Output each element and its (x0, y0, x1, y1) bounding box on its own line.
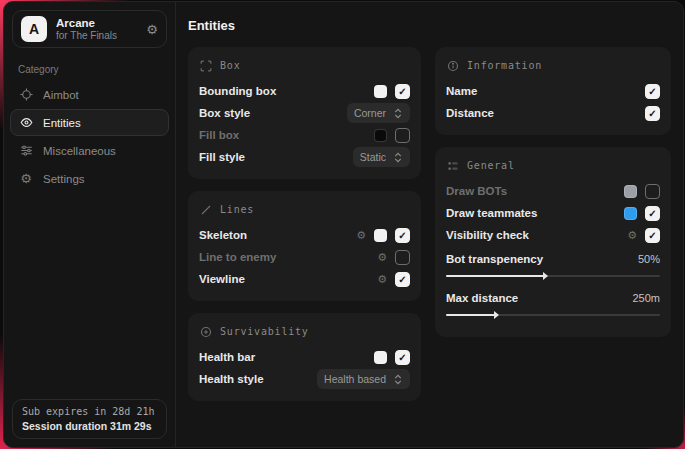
setting-row: Name (446, 80, 660, 102)
slider-fill (446, 275, 544, 277)
slider-fill (446, 314, 495, 316)
select-value: Corner (354, 107, 386, 119)
survivability-icon (199, 325, 212, 338)
checkbox[interactable] (395, 250, 410, 265)
section-title: Survivability (220, 326, 309, 337)
sidebar-item-settings[interactable]: ⚙ Settings (10, 165, 169, 192)
setting-label: Draw BOTs (446, 185, 507, 197)
session-duration-text: Session duration 31m 29s (22, 420, 157, 432)
checkbox[interactable] (645, 184, 660, 199)
card-survivability: Survivability Health bar Health style (188, 313, 421, 401)
slider-max-distance: Max distance 250m (446, 287, 660, 316)
slider-value: 50% (638, 253, 660, 265)
app-header-card: A Arcane for The Finals ⚙ (12, 10, 167, 48)
setting-row: Bounding box (199, 80, 410, 102)
gear-icon[interactable]: ⚙ (146, 23, 158, 36)
card-box: Box Bounding box Box style Corne (188, 47, 421, 179)
health-style-select[interactable]: Health based (317, 369, 410, 389)
category-label: Category (18, 64, 175, 75)
sidebar-item-aimbot[interactable]: Aimbot (10, 81, 169, 108)
slider-track[interactable] (446, 314, 660, 316)
color-swatch[interactable] (374, 229, 387, 242)
sidebar-item-label: Aimbot (43, 89, 79, 101)
sidebar-item-miscellaneous[interactable]: Miscellaneous (10, 137, 169, 164)
app-name: Arcane (56, 17, 137, 30)
brand: Arcane for The Finals (56, 17, 137, 42)
checkbox[interactable] (395, 128, 410, 143)
grid-dots-icon (446, 159, 459, 172)
setting-label: Skeleton (199, 229, 247, 241)
color-swatch[interactable] (624, 207, 637, 220)
setting-row: Viewline ⚙ (199, 268, 410, 290)
slider-bot-transparency: Bot transpenency 50% (446, 248, 660, 277)
setting-row: Box style Corner (199, 102, 410, 124)
checkbox[interactable] (395, 350, 410, 365)
gear-icon[interactable]: ⚙ (627, 230, 637, 241)
setting-row: Distance (446, 102, 660, 124)
checkbox[interactable] (395, 84, 410, 99)
box-corners-icon (199, 59, 212, 72)
sidebar-item-label: Miscellaneous (43, 145, 116, 157)
app-window: A Arcane for The Finals ⚙ Category Aimbo… (3, 1, 684, 448)
setting-label: Box style (199, 107, 250, 119)
setting-label: Health style (199, 373, 264, 385)
diagonal-line-icon (199, 203, 212, 216)
slider-track[interactable] (446, 275, 660, 277)
sidebar-item-label: Entities (43, 117, 81, 129)
gear-icon[interactable]: ⚙ (377, 274, 387, 285)
updown-arrows-icon (393, 152, 403, 163)
setting-label: Fill box (199, 129, 239, 141)
slider-value: 250m (632, 292, 660, 304)
setting-row: Fill style Static (199, 146, 410, 168)
setting-row: Health bar (199, 346, 410, 368)
updown-arrows-icon (393, 374, 403, 385)
setting-row: Skeleton ⚙ (199, 224, 410, 246)
setting-row: Draw teammates (446, 202, 660, 224)
color-swatch[interactable] (374, 351, 387, 364)
sidebar: A Arcane for The Finals ⚙ Category Aimbo… (4, 2, 176, 447)
setting-label: Line to enemy (199, 251, 276, 263)
page-title: Entities (188, 18, 671, 33)
card-general: General Draw BOTs Draw teammates (435, 147, 671, 337)
setting-row: Fill box (199, 124, 410, 146)
setting-label: Distance (446, 107, 494, 119)
app-logo: A (21, 16, 47, 42)
fill-style-select[interactable]: Static (353, 147, 410, 167)
main-content: Entities Box Bounding box (176, 2, 683, 447)
gear-icon[interactable]: ⚙ (356, 230, 366, 241)
checkbox[interactable] (645, 106, 660, 121)
app-subtitle: for The Finals (56, 30, 137, 42)
color-swatch[interactable] (374, 85, 387, 98)
setting-label: Draw teammates (446, 207, 537, 219)
checkbox[interactable] (395, 228, 410, 243)
section-title: General (467, 160, 515, 171)
setting-row: Line to enemy ⚙ (199, 246, 410, 268)
checkbox[interactable] (645, 228, 660, 243)
sidebar-item-entities[interactable]: Entities (10, 109, 169, 136)
checkbox[interactable] (645, 84, 660, 99)
checkbox[interactable] (645, 206, 660, 221)
box-style-select[interactable]: Corner (347, 103, 410, 123)
gear-icon[interactable]: ⚙ (377, 252, 387, 263)
section-title: Box (220, 60, 240, 71)
slider-label: Bot transpenency (446, 253, 543, 265)
sub-expiry-text: Sub expires in 28d 21h (22, 406, 157, 417)
sidebar-item-label: Settings (43, 173, 85, 185)
gear-icon: ⚙ (19, 172, 33, 186)
checkbox[interactable] (395, 272, 410, 287)
setting-label: Name (446, 85, 477, 97)
setting-row: Visibility check ⚙ (446, 224, 660, 246)
card-information: Information Name Distance (435, 47, 671, 135)
section-title: Lines (220, 204, 254, 215)
select-value: Static (360, 151, 386, 163)
select-value: Health based (324, 373, 386, 385)
color-swatch[interactable] (374, 129, 387, 142)
eye-icon (19, 116, 33, 130)
setting-label: Visibility check (446, 229, 529, 241)
subscription-status-card: Sub expires in 28d 21h Session duration … (12, 399, 167, 439)
color-swatch[interactable] (624, 185, 637, 198)
setting-row: Draw BOTs (446, 180, 660, 202)
card-lines: Lines Skeleton ⚙ Line to enemy ⚙ (188, 191, 421, 301)
setting-label: Fill style (199, 151, 245, 163)
updown-arrows-icon (393, 108, 403, 119)
